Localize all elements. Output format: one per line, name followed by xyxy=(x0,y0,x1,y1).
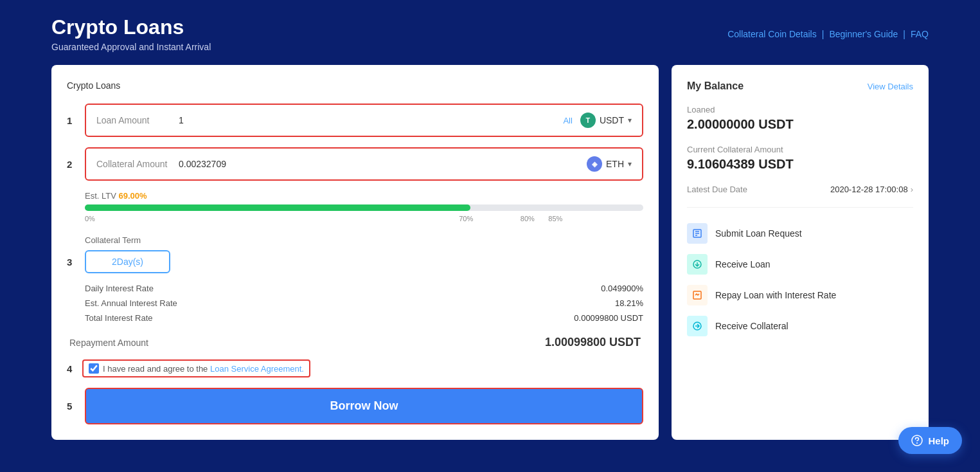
action-receive-loan[interactable]: Receive Loan xyxy=(687,254,913,275)
receive-collateral-label: Receive Collateral xyxy=(715,321,788,331)
daily-rate-row: Daily Interest Rate 0.049900% xyxy=(85,284,643,293)
collateral-amount-value[interactable]: 0.00232709 xyxy=(174,159,587,169)
ltv-marker-80: 80% xyxy=(521,215,535,222)
help-button[interactable]: Help xyxy=(898,427,962,454)
nav-divider-2: | xyxy=(903,29,905,39)
loan-amount-label: Loan Amount xyxy=(96,115,174,125)
loaned-value: 2.00000000 USDT xyxy=(687,117,913,132)
term-selector[interactable]: 2Day(s) xyxy=(85,250,170,273)
collateral-coin-selector[interactable]: ◈ ETH ▾ xyxy=(587,156,632,172)
step2-number: 2 xyxy=(67,159,77,170)
right-panel: My Balance View Details Loaned 2.0000000… xyxy=(672,65,929,440)
eth-icon: ◈ xyxy=(587,156,602,172)
annual-rate-value: 18.21% xyxy=(615,298,643,308)
total-rate-value: 0.00099800 USDT xyxy=(574,313,643,323)
total-rate-label: Total Interest Rate xyxy=(85,313,153,323)
ltv-marker-70: 70% xyxy=(459,215,473,222)
header-left: Crypto Loans Guaranteed Approval and Ins… xyxy=(51,15,211,52)
agreement-text: I have read and agree to the Loan Servic… xyxy=(103,364,304,374)
collateral-amount-label: Collateral Amount xyxy=(96,159,174,169)
collateral-balance-label: Current Collateral Amount xyxy=(687,145,913,154)
collateral-balance-value: 9.10604389 USDT xyxy=(687,157,913,172)
annual-rate-label: Est. Annual Interest Rate xyxy=(85,298,177,308)
header: Crypto Loans Guaranteed Approval and Ins… xyxy=(0,0,980,65)
ltv-markers: 0% 70% 80% 85% xyxy=(85,215,643,225)
daily-rate-label: Daily Interest Rate xyxy=(85,284,154,293)
step3-section: Collateral Term 3 2Day(s) xyxy=(67,235,643,273)
ltv-progress-bar xyxy=(85,204,643,211)
daily-rate-value: 0.049900% xyxy=(601,284,643,293)
repayment-label: Repayment Amount xyxy=(69,338,148,348)
step5-row: 5 Borrow Now xyxy=(67,388,643,424)
ltv-marker-0: 0% xyxy=(85,215,95,222)
ltv-progress-fill xyxy=(85,204,470,211)
ltv-label: Est. LTV 69.00% xyxy=(85,191,643,201)
help-label: Help xyxy=(928,435,949,446)
agreement-checkbox[interactable] xyxy=(89,363,99,374)
ltv-section: Est. LTV 69.00% 0% 70% 80% 85% xyxy=(85,191,643,225)
page-subtitle: Guaranteed Approval and Instant Arrival xyxy=(51,42,211,52)
action-repay[interactable]: Repay Loan with Interest Rate xyxy=(687,285,913,305)
step1-number: 1 xyxy=(67,115,77,126)
help-icon xyxy=(911,435,923,446)
step3-number: 3 xyxy=(67,257,77,268)
repay-icon xyxy=(687,285,708,305)
step1-row: 1 Loan Amount 1 All T USDT ▾ xyxy=(67,104,643,137)
collateral-coin-chevron: ▾ xyxy=(628,159,632,168)
loaned-section: Loaned 2.00000000 USDT xyxy=(687,105,913,132)
header-nav: Collateral Coin Details | Beginner's Gui… xyxy=(727,29,929,39)
ltv-value: 69.00% xyxy=(119,191,147,201)
page-title: Crypto Loans xyxy=(51,15,211,39)
loan-coin-label: USDT xyxy=(600,115,624,125)
receive-loan-label: Receive Loan xyxy=(715,259,771,269)
action-submit[interactable]: Submit Loan Request xyxy=(687,223,913,244)
svg-point-8 xyxy=(916,442,918,444)
rates-section: Daily Interest Rate 0.049900% Est. Annua… xyxy=(85,284,643,323)
total-rate-row: Total Interest Rate 0.00099800 USDT xyxy=(85,313,643,323)
main-content: Crypto Loans 1 Loan Amount 1 All T USDT … xyxy=(0,65,980,453)
left-panel-title: Crypto Loans xyxy=(67,80,643,91)
due-date-label: Latest Due Date xyxy=(687,185,747,194)
annual-rate-row: Est. Annual Interest Rate 18.21% xyxy=(85,298,643,308)
ltv-marker-85: 85% xyxy=(548,215,562,222)
nav-guide[interactable]: Beginner's Guide xyxy=(829,29,898,39)
collateral-amount-box[interactable]: Collateral Amount 0.00232709 ◈ ETH ▾ xyxy=(85,147,643,181)
borrow-button[interactable]: Borrow Now xyxy=(85,388,643,424)
left-panel: Crypto Loans 1 Loan Amount 1 All T USDT … xyxy=(51,65,659,440)
collateral-term-label: Collateral Term xyxy=(85,235,643,245)
repayment-value: 1.00099800 USDT xyxy=(545,336,641,349)
submit-icon xyxy=(687,223,708,244)
loan-coin-chevron: ▾ xyxy=(628,116,632,125)
nav-faq[interactable]: FAQ xyxy=(911,29,929,39)
collateral-coin-label: ETH xyxy=(606,159,624,169)
due-date-value[interactable]: 2020-12-28 17:00:08 › xyxy=(830,185,913,194)
balance-title: My Balance xyxy=(687,80,744,92)
all-button[interactable]: All xyxy=(563,116,572,125)
receive-loan-icon xyxy=(687,254,708,275)
step3-row: 3 2Day(s) xyxy=(67,250,643,273)
repay-label: Repay Loan with Interest Rate xyxy=(715,290,836,300)
loan-amount-box[interactable]: Loan Amount 1 All T USDT ▾ xyxy=(85,104,643,137)
due-date-chevron: › xyxy=(911,185,913,194)
receive-collateral-icon xyxy=(687,316,708,336)
agreement-box: I have read and agree to the Loan Servic… xyxy=(82,359,310,377)
step4-row: 4 I have read and agree to the Loan Serv… xyxy=(67,359,643,377)
nav-collateral[interactable]: Collateral Coin Details xyxy=(727,29,817,39)
loaned-label: Loaned xyxy=(687,105,913,114)
balance-header: My Balance View Details xyxy=(687,80,913,92)
loan-coin-selector[interactable]: T USDT ▾ xyxy=(580,113,632,128)
collateral-section: Current Collateral Amount 9.10604389 USD… xyxy=(687,145,913,172)
step5-number: 5 xyxy=(67,401,77,412)
loan-amount-value[interactable]: 1 xyxy=(174,115,563,125)
agreement-link[interactable]: Loan Service Agreement. xyxy=(210,364,304,374)
step2-row: 2 Collateral Amount 0.00232709 ◈ ETH ▾ xyxy=(67,147,643,181)
step4-number: 4 xyxy=(67,363,77,374)
action-items: Submit Loan Request Receive Loan Repay L… xyxy=(687,223,913,336)
repayment-row: Repayment Amount 1.00099800 USDT xyxy=(67,336,643,349)
usdt-icon: T xyxy=(580,113,596,128)
view-details-link[interactable]: View Details xyxy=(868,82,913,91)
action-receive-collateral[interactable]: Receive Collateral xyxy=(687,316,913,336)
submit-label: Submit Loan Request xyxy=(715,228,802,239)
due-date-row: Latest Due Date 2020-12-28 17:00:08 › xyxy=(687,185,913,208)
nav-divider-1: | xyxy=(822,29,824,39)
